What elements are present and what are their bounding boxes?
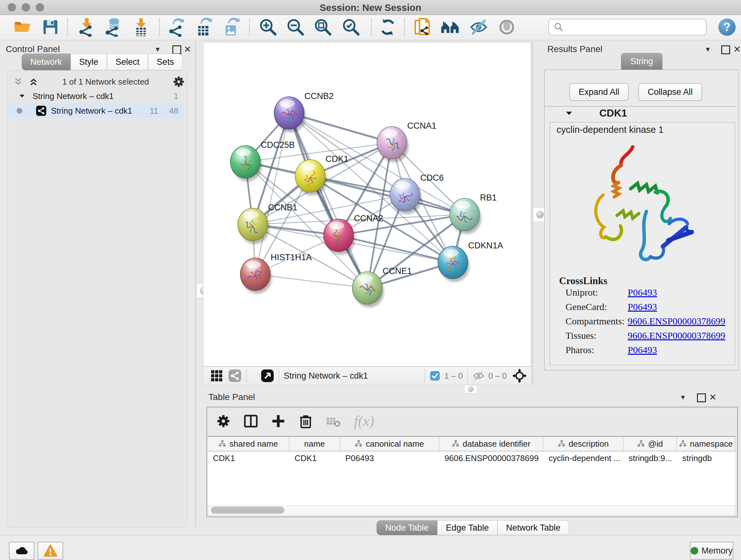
export-table-button[interactable]: [194, 17, 213, 37]
detach-view-icon[interactable]: [261, 369, 274, 382]
close-panel-icon[interactable]: ✕: [709, 392, 717, 402]
table-cell[interactable]: cyclin-dependent ...: [543, 451, 623, 465]
help-icon: ?: [718, 18, 736, 36]
warning-button[interactable]: [38, 542, 63, 560]
entry-expand-icon[interactable]: [565, 109, 573, 118]
export-network-button[interactable]: [166, 17, 186, 37]
tab-edge-table[interactable]: Edge Table: [437, 520, 497, 535]
column-header-@id[interactable]: @id: [623, 437, 677, 451]
network-edge[interactable]: [255, 113, 289, 274]
export-image-button[interactable]: [221, 17, 241, 37]
birds-eye-icon[interactable]: [513, 369, 527, 383]
table-cell[interactable]: P06493: [340, 451, 440, 465]
status-separator: [424, 369, 425, 383]
column-header-namespace[interactable]: namespace: [677, 437, 735, 451]
memory-label: Memory: [701, 546, 733, 556]
first-neighbors-button[interactable]: [441, 17, 460, 37]
scrollbar-thumb[interactable]: [211, 507, 284, 514]
tab-select[interactable]: Select: [107, 54, 148, 70]
eye-icon: [497, 18, 516, 37]
entry-name[interactable]: CDK1: [599, 107, 627, 119]
delete-table-icon[interactable]: [326, 414, 341, 429]
gear-icon[interactable]: [172, 75, 185, 88]
crosslink-value-link[interactable]: 9606.ENSP00000378699: [628, 330, 725, 341]
table-horizontal-scrollbar[interactable]: [208, 506, 735, 515]
hidden-eye-icon[interactable]: [472, 369, 485, 382]
toolbar-separator: [67, 18, 68, 36]
expand-all-button[interactable]: Expand All: [569, 83, 629, 101]
tab-network[interactable]: Network: [22, 54, 71, 70]
hide-selected-button[interactable]: [469, 17, 488, 37]
column-header-canonical-name[interactable]: canonical name: [340, 437, 440, 451]
network-status-bar: String Network – cdk1 1 – 0 0 – 0: [203, 367, 531, 385]
function-builder-icon[interactable]: f(x): [354, 413, 374, 429]
maximize-panel-icon[interactable]: [697, 393, 706, 402]
zoom-fit-button[interactable]: [313, 17, 333, 37]
clone-network-button[interactable]: [412, 17, 431, 37]
memory-button[interactable]: Memory: [690, 542, 733, 560]
tree-row-collection[interactable]: String Network – cdk1 1: [9, 89, 184, 104]
table-row[interactable]: CDK1CDK1P064939606.ENSP00000378699cyclin…: [208, 451, 735, 465]
column-header-shared-name[interactable]: shared name: [208, 437, 289, 451]
table-cell[interactable]: CDK1: [289, 451, 340, 465]
tab-string[interactable]: String: [621, 53, 663, 70]
close-panel-icon[interactable]: ✕: [184, 44, 191, 55]
column-header-database-identifier[interactable]: database identifier: [440, 437, 543, 451]
selected-checkbox-icon[interactable]: [429, 370, 441, 381]
column-header-name[interactable]: name: [289, 437, 340, 451]
toolbar-search[interactable]: [548, 19, 706, 36]
left-splitter[interactable]: [195, 42, 196, 527]
zoom-out-button[interactable]: [286, 17, 305, 37]
node-count: 11: [150, 106, 158, 116]
tree-row-label: String Network – cdk1: [51, 106, 132, 116]
float-panel-icon[interactable]: ▾: [681, 393, 685, 401]
close-panel-icon[interactable]: ✕: [733, 44, 741, 55]
tab-sets[interactable]: Sets: [148, 54, 183, 70]
network-edge[interactable]: [255, 274, 367, 288]
show-all-button[interactable]: [497, 17, 516, 37]
add-icon[interactable]: [271, 414, 286, 428]
table-cell[interactable]: CDK1: [208, 451, 289, 465]
crosslink-value-link[interactable]: P06493: [628, 345, 657, 355]
refresh-button[interactable]: [378, 17, 397, 37]
table-gear-icon[interactable]: [216, 414, 231, 428]
tab-network-table[interactable]: Network Table: [497, 520, 569, 535]
float-panel-icon[interactable]: ▾: [156, 45, 159, 54]
zoom-in-button[interactable]: [259, 17, 278, 37]
expand-all-icon[interactable]: [28, 76, 39, 87]
maximize-panel-icon[interactable]: [172, 45, 181, 54]
import-database-button[interactable]: [104, 17, 123, 37]
trash-icon[interactable]: [298, 414, 313, 428]
import-network-button[interactable]: [77, 17, 96, 37]
tree-expand-icon[interactable]: [18, 92, 25, 100]
maximize-panel-icon[interactable]: [721, 45, 730, 54]
search-input[interactable]: [564, 22, 699, 33]
network-view-icon[interactable]: [228, 369, 242, 382]
crosslink-value-link[interactable]: 9606.ENSP00000378699: [628, 316, 725, 326]
network-canvas[interactable]: CCNB2CCNA1CDC25BCDK1CDC6RB1CCNB1CCNA2CDK…: [203, 42, 531, 367]
table-cell[interactable]: 9606.ENSP00000378699: [440, 451, 543, 465]
table-cell[interactable]: stringdb: [677, 451, 735, 465]
grid-view-icon[interactable]: [210, 369, 223, 382]
toolbar-separator: [249, 18, 250, 36]
crosslink-value-link[interactable]: P06493: [628, 301, 657, 312]
cloud-button[interactable]: [9, 542, 35, 560]
crosslink-value-link[interactable]: P06493: [628, 287, 657, 298]
zoom-selected-button[interactable]: [341, 17, 360, 37]
collapse-all-icon[interactable]: [13, 76, 23, 87]
collapse-all-button[interactable]: Collapse All: [638, 83, 702, 101]
open-session-button[interactable]: [13, 17, 32, 37]
save-session-button[interactable]: [41, 17, 60, 37]
tree-row-network[interactable]: String Network – cdk1 11 48: [9, 104, 184, 118]
columns-icon[interactable]: [244, 414, 258, 428]
import-table-button[interactable]: [131, 17, 151, 37]
tab-node-table[interactable]: Node Table: [377, 520, 437, 535]
help-button[interactable]: ?: [718, 17, 737, 37]
float-panel-icon[interactable]: ▾: [706, 45, 710, 54]
column-header-label: canonical name: [366, 439, 424, 449]
column-header-description[interactable]: description: [543, 437, 623, 451]
import-network-icon: [77, 17, 96, 37]
table-cell[interactable]: stringdb:9...: [623, 451, 677, 465]
tab-style[interactable]: Style: [71, 54, 107, 70]
results-divider: [545, 106, 737, 107]
